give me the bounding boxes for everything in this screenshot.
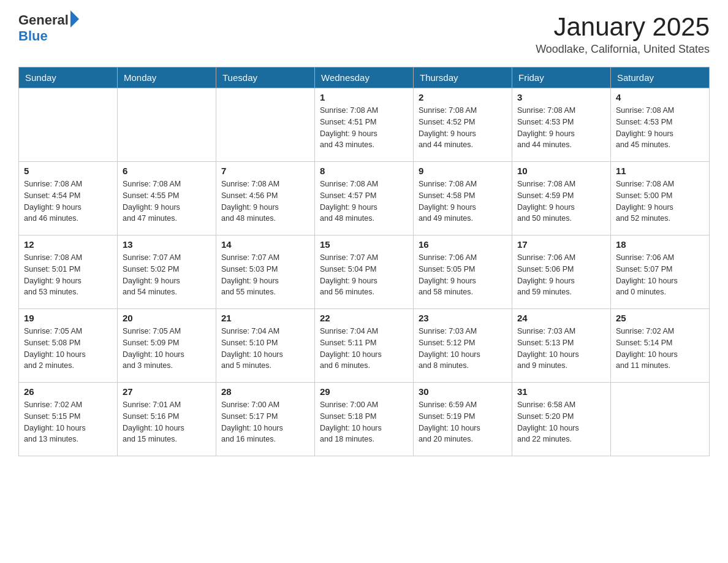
calendar-cell: 12Sunrise: 7:08 AMSunset: 5:01 PMDayligh… — [19, 236, 118, 309]
calendar-cell: 13Sunrise: 7:07 AMSunset: 5:02 PMDayligh… — [118, 236, 216, 309]
day-number: 25 — [616, 313, 704, 323]
calendar-cell: 22Sunrise: 7:04 AMSunset: 5:11 PMDayligh… — [315, 309, 414, 383]
day-number: 31 — [517, 386, 605, 397]
day-number: 5 — [24, 166, 112, 176]
day-info: Sunrise: 7:06 AMSunset: 5:05 PMDaylight:… — [419, 252, 507, 298]
day-info: Sunrise: 7:00 AMSunset: 5:18 PMDaylight:… — [320, 399, 408, 445]
day-number: 23 — [419, 313, 507, 323]
day-number: 24 — [517, 313, 605, 323]
calendar-body: 1Sunrise: 7:08 AMSunset: 4:51 PMDaylight… — [19, 88, 710, 456]
day-number: 18 — [616, 239, 704, 250]
calendar-table: SundayMondayTuesdayWednesdayThursdayFrid… — [18, 67, 710, 456]
day-number: 11 — [616, 166, 704, 176]
calendar-header: SundayMondayTuesdayWednesdayThursdayFrid… — [19, 67, 710, 88]
calendar-cell: 20Sunrise: 7:05 AMSunset: 5:09 PMDayligh… — [118, 309, 216, 383]
calendar-cell: 26Sunrise: 7:02 AMSunset: 5:15 PMDayligh… — [19, 383, 118, 456]
day-number: 10 — [517, 166, 605, 176]
header-day-wednesday: Wednesday — [315, 67, 414, 88]
calendar-cell: 2Sunrise: 7:08 AMSunset: 4:52 PMDaylight… — [414, 88, 512, 162]
week-row-4: 19Sunrise: 7:05 AMSunset: 5:08 PMDayligh… — [19, 309, 710, 383]
day-number: 14 — [221, 239, 309, 250]
day-number: 20 — [123, 313, 211, 323]
calendar-cell: 21Sunrise: 7:04 AMSunset: 5:10 PMDayligh… — [216, 309, 315, 383]
calendar-cell: 14Sunrise: 7:07 AMSunset: 5:03 PMDayligh… — [216, 236, 315, 309]
calendar-cell: 25Sunrise: 7:02 AMSunset: 5:14 PMDayligh… — [611, 309, 710, 383]
logo: General Blue — [18, 12, 79, 44]
day-number: 4 — [616, 92, 704, 102]
day-number: 8 — [320, 166, 408, 176]
day-info: Sunrise: 7:08 AMSunset: 4:56 PMDaylight:… — [221, 178, 309, 224]
logo-triangle-icon — [70, 10, 79, 28]
day-info: Sunrise: 7:07 AMSunset: 5:04 PMDaylight:… — [320, 252, 408, 298]
calendar-cell: 11Sunrise: 7:08 AMSunset: 5:00 PMDayligh… — [611, 162, 710, 236]
day-info: Sunrise: 7:05 AMSunset: 5:09 PMDaylight:… — [123, 326, 211, 372]
calendar-cell: 10Sunrise: 7:08 AMSunset: 4:59 PMDayligh… — [512, 162, 611, 236]
calendar-cell: 31Sunrise: 6:58 AMSunset: 5:20 PMDayligh… — [512, 383, 611, 456]
day-number: 21 — [221, 313, 309, 323]
week-row-2: 5Sunrise: 7:08 AMSunset: 4:54 PMDaylight… — [19, 162, 710, 236]
calendar-cell: 24Sunrise: 7:03 AMSunset: 5:13 PMDayligh… — [512, 309, 611, 383]
calendar-title: January 2025 — [536, 12, 710, 42]
day-info: Sunrise: 7:08 AMSunset: 4:51 PMDaylight:… — [320, 105, 408, 151]
day-info: Sunrise: 7:00 AMSunset: 5:17 PMDaylight:… — [221, 399, 309, 445]
day-info: Sunrise: 7:07 AMSunset: 5:03 PMDaylight:… — [221, 252, 309, 298]
day-number: 22 — [320, 313, 408, 323]
header-day-sunday: Sunday — [19, 67, 118, 88]
day-info: Sunrise: 7:08 AMSunset: 4:59 PMDaylight:… — [517, 178, 605, 224]
day-number: 2 — [419, 92, 507, 102]
calendar-cell: 7Sunrise: 7:08 AMSunset: 4:56 PMDaylight… — [216, 162, 315, 236]
day-info: Sunrise: 7:02 AMSunset: 5:15 PMDaylight:… — [24, 399, 112, 445]
day-info: Sunrise: 7:02 AMSunset: 5:14 PMDaylight:… — [616, 326, 704, 372]
calendar-cell: 15Sunrise: 7:07 AMSunset: 5:04 PMDayligh… — [315, 236, 414, 309]
header-day-saturday: Saturday — [611, 67, 710, 88]
day-info: Sunrise: 7:08 AMSunset: 4:53 PMDaylight:… — [517, 105, 605, 151]
calendar-cell: 1Sunrise: 7:08 AMSunset: 4:51 PMDaylight… — [315, 88, 414, 162]
logo-general-text: General — [18, 12, 69, 28]
header-day-monday: Monday — [118, 67, 216, 88]
day-info: Sunrise: 7:08 AMSunset: 4:58 PMDaylight:… — [419, 178, 507, 224]
day-number: 19 — [24, 313, 112, 323]
day-number: 9 — [419, 166, 507, 176]
calendar-cell: 19Sunrise: 7:05 AMSunset: 5:08 PMDayligh… — [19, 309, 118, 383]
day-info: Sunrise: 7:08 AMSunset: 4:57 PMDaylight:… — [320, 178, 408, 224]
day-info: Sunrise: 6:58 AMSunset: 5:20 PMDaylight:… — [517, 399, 605, 445]
day-info: Sunrise: 7:04 AMSunset: 5:11 PMDaylight:… — [320, 326, 408, 372]
day-info: Sunrise: 7:08 AMSunset: 4:55 PMDaylight:… — [123, 178, 211, 224]
day-number: 1 — [320, 92, 408, 102]
calendar-cell: 3Sunrise: 7:08 AMSunset: 4:53 PMDaylight… — [512, 88, 611, 162]
calendar-cell: 30Sunrise: 6:59 AMSunset: 5:19 PMDayligh… — [414, 383, 512, 456]
calendar-cell: 17Sunrise: 7:06 AMSunset: 5:06 PMDayligh… — [512, 236, 611, 309]
calendar-cell: 18Sunrise: 7:06 AMSunset: 5:07 PMDayligh… — [611, 236, 710, 309]
day-number: 7 — [221, 166, 309, 176]
week-row-1: 1Sunrise: 7:08 AMSunset: 4:51 PMDaylight… — [19, 88, 710, 162]
day-number: 12 — [24, 239, 112, 250]
calendar-cell: 8Sunrise: 7:08 AMSunset: 4:57 PMDaylight… — [315, 162, 414, 236]
calendar-cell: 9Sunrise: 7:08 AMSunset: 4:58 PMDaylight… — [414, 162, 512, 236]
week-row-5: 26Sunrise: 7:02 AMSunset: 5:15 PMDayligh… — [19, 383, 710, 456]
title-area: January 2025 Woodlake, California, Unite… — [536, 12, 710, 56]
day-number: 6 — [123, 166, 211, 176]
calendar-cell — [118, 88, 216, 162]
day-info: Sunrise: 7:08 AMSunset: 4:53 PMDaylight:… — [616, 105, 704, 151]
day-info: Sunrise: 7:06 AMSunset: 5:06 PMDaylight:… — [517, 252, 605, 298]
day-info: Sunrise: 7:08 AMSunset: 5:00 PMDaylight:… — [616, 178, 704, 224]
calendar-subtitle: Woodlake, California, United States — [536, 43, 710, 56]
day-number: 28 — [221, 386, 309, 397]
calendar-cell: 28Sunrise: 7:00 AMSunset: 5:17 PMDayligh… — [216, 383, 315, 456]
calendar-cell: 5Sunrise: 7:08 AMSunset: 4:54 PMDaylight… — [19, 162, 118, 236]
week-row-3: 12Sunrise: 7:08 AMSunset: 5:01 PMDayligh… — [19, 236, 710, 309]
day-info: Sunrise: 7:03 AMSunset: 5:12 PMDaylight:… — [419, 326, 507, 372]
day-number: 3 — [517, 92, 605, 102]
calendar-cell — [611, 383, 710, 456]
day-number: 16 — [419, 239, 507, 250]
day-info: Sunrise: 7:05 AMSunset: 5:08 PMDaylight:… — [24, 326, 112, 372]
day-info: Sunrise: 7:07 AMSunset: 5:02 PMDaylight:… — [123, 252, 211, 298]
day-info: Sunrise: 7:08 AMSunset: 4:52 PMDaylight:… — [419, 105, 507, 151]
day-number: 30 — [419, 386, 507, 397]
header-day-friday: Friday — [512, 67, 611, 88]
calendar-cell: 23Sunrise: 7:03 AMSunset: 5:12 PMDayligh… — [414, 309, 512, 383]
header-day-tuesday: Tuesday — [216, 67, 315, 88]
logo-blue-text: Blue — [18, 28, 48, 44]
day-info: Sunrise: 7:06 AMSunset: 5:07 PMDaylight:… — [616, 252, 704, 298]
calendar-cell: 6Sunrise: 7:08 AMSunset: 4:55 PMDaylight… — [118, 162, 216, 236]
